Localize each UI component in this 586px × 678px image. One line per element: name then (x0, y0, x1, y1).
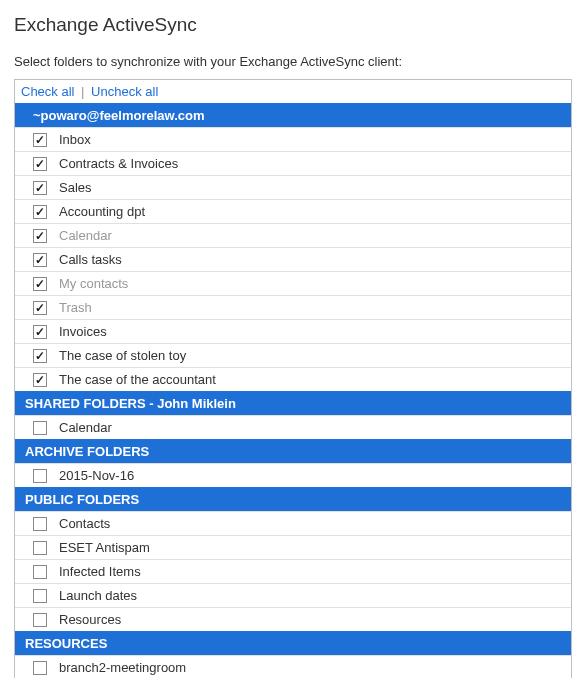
folder-label: Launch dates (59, 588, 137, 603)
folder-checkbox[interactable] (33, 565, 47, 579)
folder-checkbox[interactable] (33, 421, 47, 435)
folder-row: Launch dates (15, 583, 571, 607)
folder-row: Accounting dpt (15, 199, 571, 223)
folder-row: My contacts (15, 271, 571, 295)
folder-checkbox[interactable] (33, 661, 47, 675)
folder-label: The case of the accountant (59, 372, 216, 387)
folder-row: Inbox (15, 127, 571, 151)
check-links-row: Check all | Uncheck all (15, 80, 571, 103)
folder-row: The case of the accountant (15, 367, 571, 391)
folder-label: Calendar (59, 420, 112, 435)
folder-label: Calendar (59, 228, 112, 243)
section-header: ARCHIVE FOLDERS (15, 439, 571, 463)
folder-row: The case of stolen toy (15, 343, 571, 367)
folder-row: Calendar (15, 223, 571, 247)
folder-label: Contracts & Invoices (59, 156, 178, 171)
folder-checkbox[interactable] (33, 157, 47, 171)
folder-checkbox[interactable] (33, 253, 47, 267)
folder-checkbox[interactable] (33, 373, 47, 387)
folder-checkbox[interactable] (33, 277, 47, 291)
folder-row: Invoices (15, 319, 571, 343)
folder-row: Trash (15, 295, 571, 319)
folder-label: Calls tasks (59, 252, 122, 267)
link-separator: | (81, 84, 84, 99)
folder-checkbox[interactable] (33, 205, 47, 219)
folder-checkbox[interactable] (33, 325, 47, 339)
folder-label: Inbox (59, 132, 91, 147)
folder-row: Resources (15, 607, 571, 631)
folder-label: Contacts (59, 516, 110, 531)
folder-row: 2015-Nov-16 (15, 463, 571, 487)
folder-row: Contracts & Invoices (15, 151, 571, 175)
folder-label: Invoices (59, 324, 107, 339)
folder-row: ESET Antispam (15, 535, 571, 559)
folder-checkbox[interactable] (33, 301, 47, 315)
folder-checkbox[interactable] (33, 349, 47, 363)
folder-label: Sales (59, 180, 92, 195)
section-header: PUBLIC FOLDERS (15, 487, 571, 511)
folder-row: Calls tasks (15, 247, 571, 271)
check-all-link[interactable]: Check all (21, 84, 74, 99)
folder-checkbox[interactable] (33, 541, 47, 555)
instruction-text: Select folders to synchronize with your … (14, 54, 572, 69)
folder-label: My contacts (59, 276, 128, 291)
page-title: Exchange ActiveSync (14, 14, 572, 36)
folder-label: 2015-Nov-16 (59, 468, 134, 483)
section-header: RESOURCES (15, 631, 571, 655)
folder-table: Check all | Uncheck all ~powaro@feelmore… (14, 79, 572, 678)
folder-label: The case of stolen toy (59, 348, 186, 363)
folder-row: Infected Items (15, 559, 571, 583)
folder-label: Trash (59, 300, 92, 315)
section-header: SHARED FOLDERS - John Miklein (15, 391, 571, 415)
folder-checkbox[interactable] (33, 181, 47, 195)
folder-label: ESET Antispam (59, 540, 150, 555)
folder-row: Sales (15, 175, 571, 199)
folder-label: branch2-meetingroom (59, 660, 186, 675)
folder-checkbox[interactable] (33, 133, 47, 147)
folder-label: Accounting dpt (59, 204, 145, 219)
folder-checkbox[interactable] (33, 589, 47, 603)
folder-label: Resources (59, 612, 121, 627)
uncheck-all-link[interactable]: Uncheck all (91, 84, 158, 99)
folder-row: branch2-meetingroom (15, 655, 571, 678)
folder-checkbox[interactable] (33, 229, 47, 243)
folder-row: Calendar (15, 415, 571, 439)
folder-checkbox[interactable] (33, 469, 47, 483)
section-header: ~powaro@feelmorelaw.com (15, 103, 571, 127)
folder-row: Contacts (15, 511, 571, 535)
folder-checkbox[interactable] (33, 517, 47, 531)
folder-label: Infected Items (59, 564, 141, 579)
folder-checkbox[interactable] (33, 613, 47, 627)
